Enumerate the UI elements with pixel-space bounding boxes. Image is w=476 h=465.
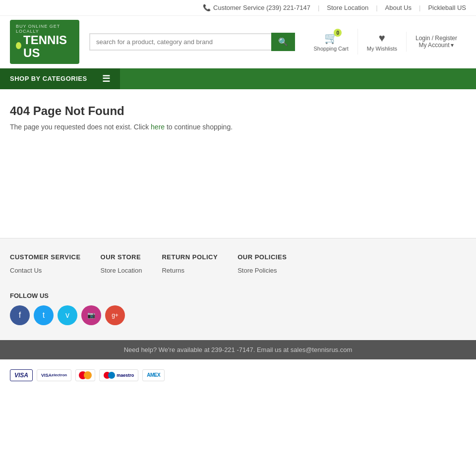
my-account-label: My Account [418,42,449,49]
footer-our-policies: OUR POLICIES Store Policies [238,253,287,277]
separator-3: | [419,4,420,11]
chevron-down-icon: ▾ [451,42,454,49]
follow-us-heading: FOLLOW US [10,292,466,299]
store-policies-link[interactable]: Store Policies [238,267,287,274]
phone-icon: 📞 [203,4,211,11]
nav-bar: SHOP BY CATEGORIES ☰ [0,68,476,89]
payment-area: VISA VISAelectron maestro AMEX [0,359,476,391]
bottom-bar: Need help? We're available at 239-221 -7… [0,340,476,359]
cart-label: Shopping Cart [314,46,349,52]
page-desc-after: to continue shopping. [165,123,233,131]
returns-link[interactable]: Returns [162,267,218,274]
separator-1: | [318,4,319,11]
visa-electron-card: VISAelectron [37,369,71,381]
our-policies-heading: OUR POLICIES [238,253,287,261]
search-area: 🔍 [89,33,295,51]
pickleball-us-link[interactable]: Pickleball US [428,4,466,11]
top-bar: 📞 Customer Service (239) 221-7147 | Stor… [0,0,476,16]
shop-categories-label: SHOP BY CATEGORIES [10,75,87,82]
footer-our-store: OUR STORE Store Location [101,253,142,277]
logo-tagline: BUY ONLINE GET LOCALLY [16,24,73,34]
heart-icon: ♥ [379,32,385,45]
logo-name: TENNIS US [23,34,73,60]
store-location-link[interactable]: Store Location [327,4,368,11]
my-account-row: My Account ▾ [418,42,454,49]
cart-icon-item[interactable]: 🛒 0 Shopping Cart [305,29,357,55]
account-area[interactable]: Login / Register My Account ▾ [406,32,466,52]
logo-box: BUY ONLINE GET LOCALLY TENNIS US [10,20,79,64]
header-icons: 🛒 0 Shopping Cart ♥ My Wishlists Login /… [305,29,466,55]
google-plus-icon[interactable]: g+ [105,305,125,325]
footer: CUSTOMER SERVICE Contact Us OUR STORE St… [0,238,476,340]
cart-badge: 0 [334,29,342,37]
bottom-bar-text: Need help? We're available at 239-221 -7… [124,346,353,353]
store-location-footer-link[interactable]: Store Location [101,267,142,274]
mastercard-card [75,369,95,381]
follow-us-section: FOLLOW US f t v 📷 g+ [10,292,466,325]
wishlist-label: My Wishlists [367,46,397,52]
wishlist-icon-item[interactable]: ♥ My Wishlists [357,29,406,55]
logo-area[interactable]: BUY ONLINE GET LOCALLY TENNIS US [10,20,79,64]
footer-return-policy: RETURN POLICY Returns [162,253,218,277]
footer-columns: CUSTOMER SERVICE Contact Us OUR STORE St… [10,253,466,277]
login-register-label: Login / Register [416,35,457,42]
maestro-card: maestro [99,369,138,381]
visa-card: VISA [10,369,33,381]
twitter-icon[interactable]: t [34,305,54,325]
search-button[interactable]: 🔍 [271,33,295,51]
page-title-404: 404 Page Not Found [10,104,466,118]
instagram-icon[interactable]: 📷 [81,305,101,325]
customer-service-heading: CUSTOMER SERVICE [10,253,81,261]
search-input[interactable] [89,33,271,51]
cart-icon: 🛒 0 [324,32,338,45]
page-description: The page you requested does not exist. C… [10,123,466,131]
main-content: 404 Page Not Found The page you requeste… [0,89,476,238]
footer-customer-service: CUSTOMER SERVICE Contact Us [10,253,81,277]
facebook-icon[interactable]: f [10,305,30,325]
mastercard-circle-right [84,371,92,379]
shop-categories-button[interactable]: SHOP BY CATEGORIES ☰ [0,68,120,89]
amex-card: AMEX [142,369,165,381]
contact-us-link[interactable]: Contact Us [10,267,81,274]
logo-ball-icon [16,42,21,49]
customer-service-text: Customer Service (239) 221-7147 [213,4,310,11]
return-policy-heading: RETURN POLICY [162,253,218,261]
page-desc-before: The page you requested does not exist. C… [10,123,151,131]
customer-service-info: 📞 Customer Service (239) 221-7147 [203,4,310,11]
our-store-heading: OUR STORE [101,253,142,261]
vimeo-icon[interactable]: v [58,305,77,325]
social-icons: f t v 📷 g+ [10,305,466,325]
hamburger-icon: ☰ [102,73,111,84]
about-us-link[interactable]: About Us [385,4,412,11]
separator-2: | [376,4,377,11]
main-header: BUY ONLINE GET LOCALLY TENNIS US 🔍 🛒 0 S… [0,16,476,68]
continue-shopping-link[interactable]: here [151,123,165,131]
